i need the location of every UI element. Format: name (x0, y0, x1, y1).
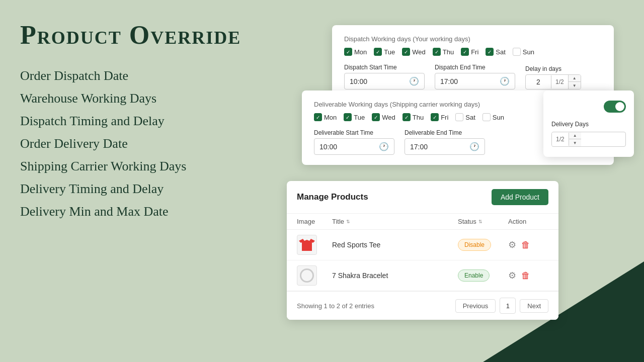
deliverable-day-item[interactable]: ✓Wed (372, 113, 395, 121)
delivery-up-arrow[interactable]: ▲ (569, 132, 581, 139)
col-status: Status ⇅ (458, 218, 508, 225)
day-label: Sun (523, 48, 534, 56)
day-checkbox[interactable]: ✓ (461, 48, 469, 56)
day-checkbox[interactable]: ✓ (372, 113, 380, 121)
left-panel: Product Override Order Dispatch DateWare… (20, 20, 302, 221)
dispatch-delay-label: Delay in days (525, 65, 581, 72)
day-checkbox[interactable]: ✓ (344, 48, 352, 56)
deliverable-start-time-field: Deliverable Start Time 10:00 🕐 (314, 129, 394, 155)
table-row: 7 Shakra Bracelet Enable ⚙ 🗑 (287, 260, 558, 291)
day-label: Mon (324, 114, 337, 121)
delivery-toggle-row (551, 101, 626, 113)
delete-icon-1[interactable]: 🗑 (521, 240, 530, 250)
day-checkbox[interactable] (513, 48, 521, 56)
title-sort-icon[interactable]: ⇅ (346, 219, 350, 224)
deliverable-start-time-label: Deliverable Start Time (314, 129, 394, 136)
delivery-arrows[interactable]: ▲ ▼ (569, 132, 581, 146)
product-status-1: Disable (458, 239, 508, 251)
day-checkbox[interactable]: ✓ (314, 113, 322, 121)
page-title: Product Override (20, 20, 302, 50)
feature-item: Order Delivery Date (20, 134, 302, 153)
showing-text: Showing 1 to 2 of 2 entries (297, 302, 374, 310)
dispatch-time-row: Dispatch Start Time 10:00 🕐 Dispatch End… (344, 64, 602, 89)
day-label: Fri (471, 48, 478, 56)
page-number: 1 (500, 298, 516, 314)
deliverable-day-item[interactable]: ✓Tue (344, 113, 365, 121)
previous-button[interactable]: Previous (455, 299, 496, 313)
col-action: Action (508, 218, 548, 225)
day-checkbox[interactable]: ✓ (403, 113, 411, 121)
dispatch-day-item[interactable]: Sun (513, 48, 534, 56)
day-label: Mon (354, 48, 367, 56)
col-image: Image (297, 218, 332, 225)
bracelet-icon (300, 268, 314, 283)
day-checkbox[interactable]: ✓ (486, 48, 494, 56)
day-checkbox[interactable] (482, 113, 491, 121)
day-label: Sun (493, 114, 504, 121)
day-checkbox[interactable] (455, 113, 463, 121)
tshirt-icon (299, 237, 315, 253)
dispatch-days-row: ✓Mon✓Tue✓Wed✓Thu✓Fri✓SatSun (344, 48, 602, 56)
dispatch-delay-down-arrow[interactable]: ▼ (569, 82, 581, 89)
dispatch-delay-field: Delay in days 2 1/2 ▲ ▼ (525, 65, 581, 89)
action-icons-2: ⚙ 🗑 (508, 270, 548, 281)
feature-item: Order Dispatch Date (20, 66, 302, 85)
deliverable-day-item[interactable]: Sat (455, 113, 475, 121)
col-title: Title ⇅ (332, 218, 458, 225)
day-checkbox[interactable]: ✓ (431, 113, 439, 121)
table-row: Red Sports Tee Disable ⚙ 🗑 (287, 230, 558, 260)
settings-icon-1[interactable]: ⚙ (508, 239, 516, 250)
settings-icon-2[interactable]: ⚙ (508, 270, 516, 281)
status-badge-2[interactable]: Enable (458, 269, 490, 282)
feature-item: Warehouse Working Days (20, 88, 302, 108)
dispatch-section-title: Dispatch Working days (Your working days… (344, 35, 602, 43)
dispatch-day-item[interactable]: ✓Tue (374, 48, 395, 56)
dispatch-end-time-input[interactable]: 17:00 🕐 (435, 73, 515, 89)
dispatch-start-time-input[interactable]: 10:00 🕐 (344, 73, 425, 89)
deliverable-end-time-input[interactable]: 17:00 🕐 (405, 138, 485, 155)
deliverable-day-item[interactable]: Sun (482, 113, 504, 121)
day-label: Thu (443, 48, 454, 56)
dispatch-start-time-field: Dispatch Start Time 10:00 🕐 (344, 64, 425, 89)
dispatch-delay-input[interactable]: 2 1/2 ▲ ▼ (525, 74, 581, 89)
manage-card: Manage Products Add Product Image Title … (287, 181, 558, 320)
clock-icon-del-start: 🕐 (379, 142, 389, 151)
delivery-toggle-switch[interactable] (604, 101, 626, 113)
delivery-days-partial-card: Delivery Days 1/2 ▲ ▼ (543, 90, 634, 157)
dispatch-day-item[interactable]: ✓Thu (433, 48, 454, 56)
day-label: Tue (354, 114, 365, 121)
product-status-2: Enable (458, 269, 508, 282)
dispatch-delay-up-arrow[interactable]: ▲ (569, 75, 581, 82)
day-checkbox[interactable]: ✓ (374, 48, 382, 56)
day-label: Tue (384, 48, 395, 56)
status-badge-1[interactable]: Disable (458, 239, 491, 251)
dispatch-day-item[interactable]: ✓Sat (486, 48, 506, 56)
feature-item: Delivery Timing and Delay (20, 179, 302, 199)
deliverable-day-item[interactable]: ✓Fri (431, 113, 448, 121)
add-product-button[interactable]: Add Product (492, 189, 548, 205)
dispatch-delay-arrows[interactable]: ▲ ▼ (568, 75, 581, 89)
product-title-2: 7 Shakra Bracelet (332, 272, 458, 280)
day-checkbox[interactable]: ✓ (433, 48, 441, 56)
delivery-days-input[interactable]: 1/2 ▲ ▼ (551, 132, 626, 147)
delivery-days-label: Delivery Days (551, 121, 626, 128)
dispatch-day-item[interactable]: ✓Wed (402, 48, 426, 56)
deliverable-end-time-field: Deliverable End Time 17:00 🕐 (405, 129, 485, 155)
dispatch-day-item[interactable]: ✓Mon (344, 48, 367, 56)
pagination: Previous 1 Next (455, 298, 548, 314)
delivery-down-arrow[interactable]: ▼ (569, 139, 581, 146)
status-sort-icon[interactable]: ⇅ (478, 219, 482, 224)
day-checkbox[interactable]: ✓ (344, 113, 352, 121)
delete-icon-2[interactable]: 🗑 (521, 270, 530, 281)
dispatch-end-time-label: Dispatch End Time (435, 64, 515, 71)
dispatch-day-item[interactable]: ✓Fri (461, 48, 478, 56)
day-checkbox[interactable]: ✓ (402, 48, 410, 56)
deliverable-day-item[interactable]: ✓Mon (314, 113, 337, 121)
next-button[interactable]: Next (520, 299, 548, 313)
manage-title: Manage Products (297, 192, 368, 202)
deliverable-end-time-label: Deliverable End Time (405, 129, 485, 136)
deliverable-start-time-input[interactable]: 10:00 🕐 (314, 138, 394, 155)
product-image-2 (297, 265, 317, 286)
day-label: Wed (382, 114, 395, 121)
deliverable-day-item[interactable]: ✓Thu (403, 113, 424, 121)
